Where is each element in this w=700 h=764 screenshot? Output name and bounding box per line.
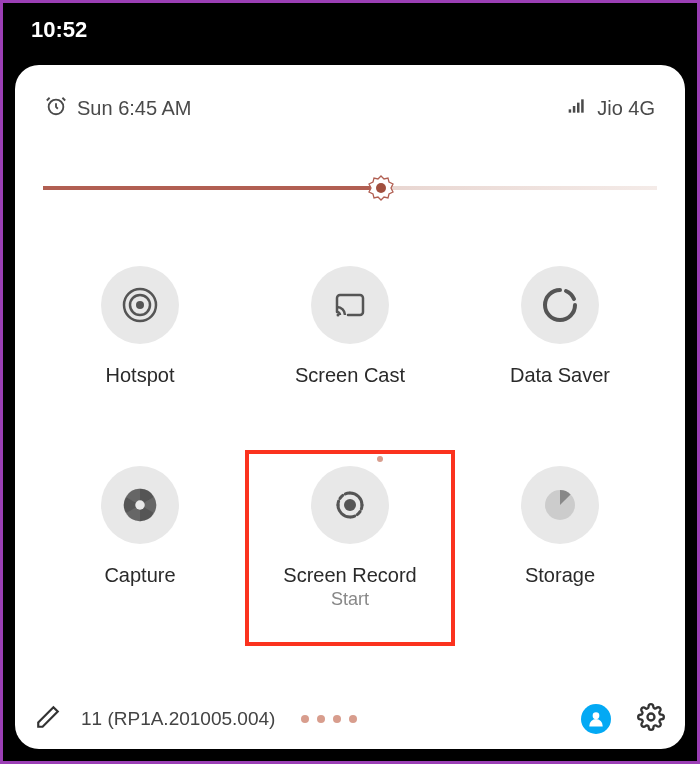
tile-storage-label: Storage (525, 564, 595, 587)
tile-hotspot[interactable]: Hotspot (35, 252, 245, 432)
alarm-icon (45, 95, 67, 122)
alarm-time-label: Sun 6:45 AM (77, 97, 192, 120)
tile-screencast-label: Screen Cast (295, 364, 405, 387)
tile-screencast[interactable]: Screen Cast (245, 252, 455, 432)
svg-rect-1 (569, 109, 572, 112)
storage-icon (521, 466, 599, 544)
svg-point-12 (344, 499, 356, 511)
brightness-slider[interactable] (43, 174, 657, 202)
tile-screenrecord[interactable]: Screen Record Start (245, 452, 455, 632)
tile-capture-label: Capture (104, 564, 175, 587)
user-avatar[interactable] (581, 704, 611, 734)
svg-rect-4 (581, 99, 584, 112)
data-saver-icon (521, 266, 599, 344)
svg-point-15 (648, 714, 655, 721)
tile-datasaver-label: Data Saver (510, 364, 610, 387)
tile-storage[interactable]: Storage (455, 452, 665, 632)
svg-point-5 (376, 183, 386, 193)
page-dot (317, 715, 325, 723)
carrier-label: Jio 4G (597, 97, 655, 120)
panel-footer: 11 (RP1A.201005.004) (35, 703, 665, 735)
page-dot (301, 715, 309, 723)
header-left[interactable]: Sun 6:45 AM (45, 95, 192, 122)
tile-capture[interactable]: Capture (35, 452, 245, 632)
signal-icon (567, 96, 587, 121)
tile-screenrecord-sublabel: Start (331, 589, 369, 610)
record-icon (311, 466, 389, 544)
page-indicator[interactable] (301, 715, 357, 723)
gear-icon[interactable] (637, 703, 665, 735)
brightness-track (43, 186, 657, 190)
brightness-thumb[interactable] (367, 174, 395, 202)
tiles-grid: Hotspot Screen Cast Data Saver (35, 252, 665, 632)
tile-hotspot-label: Hotspot (106, 364, 175, 387)
hotspot-icon (101, 266, 179, 344)
svg-point-14 (593, 712, 600, 719)
svg-point-6 (136, 301, 144, 309)
svg-rect-3 (577, 103, 580, 113)
cast-icon (311, 266, 389, 344)
tile-screenrecord-label: Screen Record (283, 564, 416, 587)
panel-header: Sun 6:45 AM Jio 4G (35, 95, 665, 122)
page-dot (349, 715, 357, 723)
recording-dot-icon (377, 456, 383, 462)
status-bar: 10:52 (3, 3, 697, 57)
svg-rect-2 (573, 106, 576, 113)
build-label: 11 (RP1A.201005.004) (81, 708, 275, 730)
page-dot (333, 715, 341, 723)
quick-settings-panel: Sun 6:45 AM Jio 4G (15, 65, 685, 749)
header-right: Jio 4G (567, 96, 655, 121)
edit-icon[interactable] (35, 704, 61, 734)
capture-icon (101, 466, 179, 544)
svg-point-9 (337, 314, 340, 317)
svg-point-11 (135, 500, 145, 510)
tile-datasaver[interactable]: Data Saver (455, 252, 665, 432)
status-time: 10:52 (31, 17, 87, 42)
